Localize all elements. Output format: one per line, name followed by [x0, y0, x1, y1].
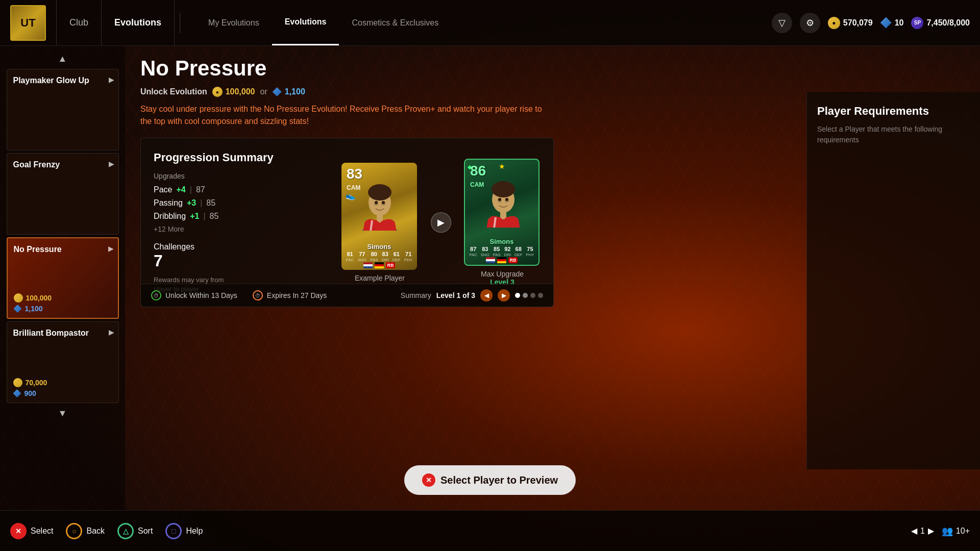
dot-2: [523, 293, 528, 298]
select-action[interactable]: ✕ Select: [10, 523, 53, 539]
card-flags: RB: [341, 262, 417, 268]
help-action[interactable]: □ Help: [165, 523, 203, 539]
nav-evolutions[interactable]: Evolutions: [102, 0, 175, 45]
bottom-bar: ✕ Select ○ Back △ Sort □ Help ◀ 1 ▶ 👥 10…: [0, 510, 980, 551]
back-action[interactable]: ○ Back: [66, 523, 105, 539]
chevron-right-icon: ▶: [109, 328, 114, 336]
upgrade-passing: Passing +3 | 85: [154, 198, 326, 208]
stat-phy: 75PHY: [526, 246, 534, 257]
points-display: 10: [880, 17, 904, 29]
subnav-cosmetics[interactable]: Cosmetics & Exclusives: [339, 0, 451, 45]
unlock-timer: ⏱ Unlock Within 13 Days: [151, 290, 237, 300]
coin-small-icon: [14, 293, 23, 303]
sidebar: ▲ Playmaker Glow Up ▶ Goal Frenzy ▶ No P…: [0, 46, 125, 510]
svg-point-11: [492, 181, 515, 197]
coin-icon: ●: [828, 17, 840, 29]
stat-pac: 87PAC: [469, 246, 477, 257]
sidebar-item-no-pressure[interactable]: No Pressure ▶ 100,000 1,100: [7, 237, 119, 319]
ut-logo: UT: [10, 5, 46, 41]
stat-pas: 80PAS: [370, 251, 378, 262]
flag-rb-club: RB: [386, 262, 395, 268]
main-content: ▲ Playmaker Glow Up ▶ Goal Frenzy ▶ No P…: [0, 46, 980, 510]
topbar: UT Club Evolutions My Evolutions Evoluti…: [0, 0, 980, 46]
expire-clock-icon: ⏱: [253, 290, 263, 300]
triangle-button: △: [117, 523, 134, 539]
progression-card: Progression Summary Upgrades Pace +4 | 8…: [140, 138, 554, 307]
next-arrow[interactable]: ▶: [431, 212, 451, 233]
coins-display: ● 570,079: [828, 17, 873, 29]
upgrade-pace: Pace +4 | 87: [154, 185, 326, 194]
sidebar-item-playmaker[interactable]: Playmaker Glow Up ▶: [7, 69, 119, 151]
card-stats-upgraded: 87PAC 83SHO 85PAS 92DRI 68DEF 75PHY: [468, 246, 536, 257]
topbar-right: ▽ ⚙ ● 570,079 10 SP 7,450/8,000: [772, 13, 970, 33]
filter-icon[interactable]: ▽: [772, 13, 792, 33]
player-cards-area: 83 CAM 👟: [341, 151, 541, 294]
stat-def: 61DEF: [393, 251, 401, 262]
dot-4: [538, 293, 543, 298]
challenges-section: Challenges 7: [154, 242, 326, 270]
players-count-display: 👥 10+: [942, 525, 970, 537]
dot-3: [530, 293, 535, 298]
page-title: No Pressure: [140, 56, 965, 81]
max-upgrade-card: ★ ◆ 86 CAM: [464, 159, 541, 286]
stat-dri: 92DRI: [504, 246, 511, 257]
scroll-up-arrow[interactable]: ▲: [53, 51, 73, 66]
circle-button: ○: [66, 523, 82, 539]
svg-point-15: [505, 198, 508, 201]
points-cost: 1,100: [14, 305, 52, 313]
level-nav: Summary Level 1 of 3 ◀ ▶: [401, 289, 543, 302]
flag-germany: [375, 262, 384, 268]
progression-bottom: ⏱ Unlock Within 13 Days ⏱ Expires In 27 …: [141, 284, 553, 307]
coin-small-icon: [13, 378, 22, 387]
svg-point-6: [382, 201, 385, 204]
sidebar-item-goal-frenzy[interactable]: Goal Frenzy ▶: [7, 153, 119, 235]
player-face-upgraded: [478, 169, 529, 228]
scroll-down-arrow[interactable]: ▼: [53, 406, 73, 421]
svg-point-5: [375, 201, 378, 204]
settings-icon[interactable]: ⚙: [800, 13, 820, 33]
unlock-cost-coins: ● 100,000: [212, 87, 255, 97]
flag-netherlands: [363, 262, 373, 268]
sort-action[interactable]: △ Sort: [117, 523, 153, 539]
svg-point-14: [498, 198, 501, 201]
stat-pas: 85PAS: [493, 246, 500, 257]
svg-point-2: [368, 184, 391, 201]
points-icon: [273, 87, 282, 96]
main-nav: Club Evolutions: [56, 0, 175, 45]
x-button-icon: ✕: [422, 473, 435, 487]
players-icon: 👥: [942, 525, 953, 537]
stat-pac: 81PAC: [346, 251, 354, 262]
stat-sho: 83SHO: [481, 246, 489, 257]
upgrades-section: Upgrades Pace +4 | 87 Passing +3 | 85: [154, 172, 326, 233]
evolution-description: Stay cool under pressure with the No Pre…: [140, 103, 549, 128]
coin-cost: 100,000: [14, 293, 52, 303]
sidebar-item-bompastor[interactable]: Brilliant Bompastor ▶ 70,000 900: [7, 321, 119, 403]
subnav-evolutions[interactable]: Evolutions: [272, 0, 339, 45]
subnav-my-evolutions[interactable]: My Evolutions: [195, 0, 272, 45]
x-button: ✕: [10, 523, 27, 539]
nav-separator: [180, 13, 180, 33]
stat-def: 68DEF: [514, 246, 523, 257]
example-player-card: 83 CAM 👟: [341, 163, 418, 282]
level-next[interactable]: ▶: [498, 289, 510, 302]
expire-timer: ⏱ Expires In 27 Days: [253, 290, 327, 300]
stat-sho: 77SHO: [358, 251, 366, 262]
card-flags-upgraded: RB: [465, 257, 538, 263]
chevron-right-icon: ▶: [109, 160, 114, 168]
select-preview-button[interactable]: ✕ Select Player to Preview: [404, 465, 576, 495]
points-cost: 900: [13, 389, 47, 397]
sidebar-cost: 70,000 900: [13, 378, 47, 397]
bottom-right: ◀ 1 ▶ 👥 10+: [911, 525, 970, 537]
flag-germany: [497, 257, 506, 263]
card-stats: 81PAC 77SHO 80PAS 83DRI 61DEF 71PHY: [344, 251, 414, 262]
square-button: □: [165, 523, 182, 539]
unlock-cost-points: 1,100: [273, 87, 305, 96]
card-gold: 83 CAM 👟: [341, 163, 417, 270]
progression-left: Progression Summary Upgrades Pace +4 | 8…: [154, 151, 326, 294]
requirements-panel: Player Requirements Select a Player that…: [806, 92, 980, 469]
flag-netherlands: [486, 257, 495, 263]
points-icon: [880, 17, 892, 29]
level-prev[interactable]: ◀: [480, 289, 493, 302]
nav-club[interactable]: Club: [56, 0, 102, 45]
points-small-icon: [13, 389, 21, 397]
